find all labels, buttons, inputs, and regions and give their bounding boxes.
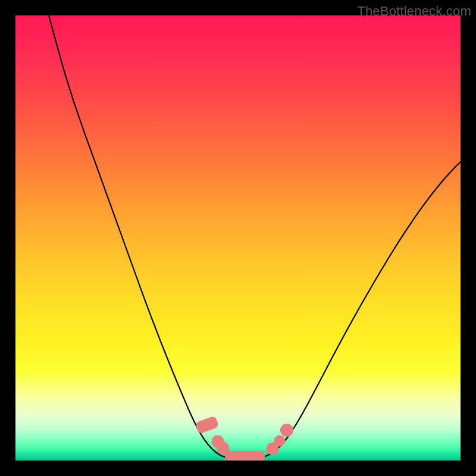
bottleneck-curve <box>49 15 461 460</box>
marker-dot-r3 <box>280 424 293 437</box>
curve-layer <box>15 15 461 461</box>
plot-area <box>15 15 461 461</box>
valley-markers <box>195 415 293 461</box>
marker-dot-r2 <box>274 436 286 447</box>
marker-pill-left <box>195 415 220 434</box>
marker-pill-center <box>225 451 265 461</box>
chart-frame: TheBottleneck.com <box>0 0 476 476</box>
